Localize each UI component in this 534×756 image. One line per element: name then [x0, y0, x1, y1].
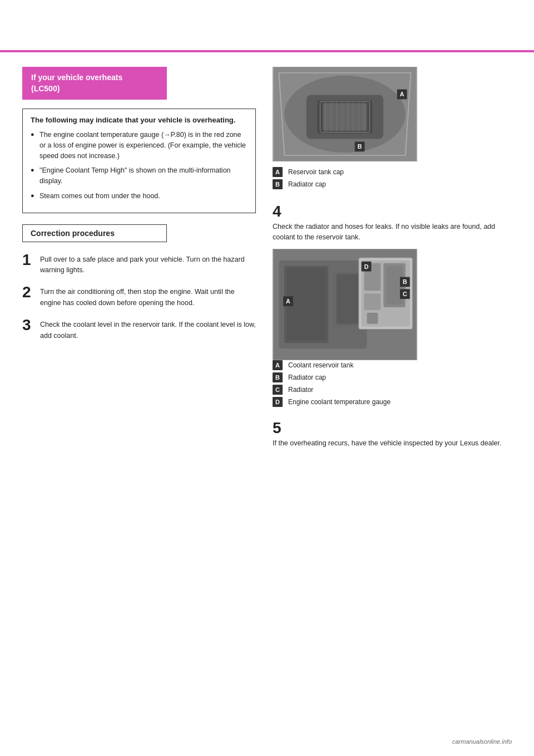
engine-svg-bottom: D A B C: [273, 249, 417, 360]
correction-box: Correction procedures: [22, 224, 167, 242]
right-column: A B A Reservoir tank cap B Radiator cap: [273, 67, 512, 449]
step-3: 3 Check the coolant level in the reservo…: [22, 317, 256, 341]
info-bullet-2: "Engine Coolant Temp High" is shown on t…: [31, 165, 248, 186]
label-row-a-top: A Reservoir tank cap: [273, 167, 512, 177]
bottom-image-labels: A Coolant reservoir tank B Radiator cap …: [273, 360, 512, 409]
svg-rect-4: [323, 103, 367, 130]
badge-d-bottom: D: [273, 397, 283, 407]
step-5-text: If the overheating recurs, have the vehi…: [273, 436, 512, 449]
info-box: The following may indicate that your veh…: [22, 109, 256, 213]
title-box: If your vehicle overheats (LC500): [22, 67, 167, 100]
engine-image-bottom: D A B C: [273, 249, 417, 360]
svg-text:B: B: [403, 278, 407, 285]
label-row-d-bottom: D Engine coolant temperature gauge: [273, 397, 512, 407]
page-container: If your vehicle overheats (LC500) The fo…: [0, 0, 534, 756]
label-text-b-top: Radiator cap: [288, 180, 326, 188]
step-1: 1 Pull over to a safe place and park you…: [22, 252, 256, 276]
step-1-number: 1: [22, 252, 34, 268]
step-1-text: Pull over to a safe place and park your …: [40, 252, 256, 276]
info-bullet-1: The engine coolant temperature gauge (→P…: [31, 130, 248, 161]
badge-b-bottom: B: [273, 372, 283, 382]
step-2-text: Turn the air conditioning off, then stop…: [40, 284, 256, 308]
info-list: The engine coolant temperature gauge (→P…: [31, 130, 248, 202]
content-area: If your vehicle overheats (LC500) The fo…: [0, 56, 534, 460]
correction-title: Correction procedures: [31, 229, 115, 238]
svg-text:C: C: [403, 291, 407, 297]
title-line1: If your vehicle overheats: [31, 73, 122, 82]
label-row-c-bottom: C Radiator: [273, 385, 512, 395]
svg-text:A: A: [400, 91, 404, 97]
info-bullet-3: Steam comes out from under the hood.: [31, 191, 248, 202]
step-4-text: Check the radiator and hoses for leaks. …: [273, 219, 512, 243]
step-3-text: Check the coolant level in the reservoir…: [40, 317, 256, 341]
engine-image-top: A B: [273, 67, 417, 161]
svg-rect-29: [364, 293, 381, 310]
badge-b-top: B: [273, 179, 283, 189]
step-4: 4 Check the radiator and hoses for leaks…: [273, 204, 512, 243]
badge-a-top: A: [273, 167, 283, 177]
info-header: The following may indicate that your veh…: [31, 116, 248, 124]
label-text-a-top: Reservoir tank cap: [288, 168, 344, 176]
step-2: 2 Turn the air conditioning off, then st…: [22, 284, 256, 308]
svg-text:D: D: [364, 263, 369, 269]
step-5-number: 5: [273, 420, 512, 436]
engine-svg-top: A B: [273, 67, 417, 161]
label-text-c-bottom: Radiator: [288, 386, 313, 394]
badge-c-bottom: C: [273, 385, 283, 395]
bottom-logo: carmanualsonline.info: [452, 738, 512, 745]
svg-text:A: A: [286, 298, 290, 305]
top-image-labels: A Reservoir tank cap B Radiator cap: [273, 167, 512, 192]
label-row-b-bottom: B Radiator cap: [273, 372, 512, 382]
title-line2: (LC500): [31, 84, 60, 93]
step-3-number: 3: [22, 317, 34, 333]
step-5: 5 If the overheating recurs, have the ve…: [273, 420, 512, 449]
label-text-a-bottom: Coolant reservoir tank: [288, 361, 353, 369]
label-text-d-bottom: Engine coolant temperature gauge: [288, 398, 390, 406]
top-decorative-line: [0, 50, 534, 52]
badge-a-bottom: A: [273, 360, 283, 370]
step-4-number: 4: [273, 204, 512, 219]
label-row-a-bottom: A Coolant reservoir tank: [273, 360, 512, 370]
svg-text:B: B: [358, 143, 362, 150]
svg-rect-30: [367, 313, 378, 324]
step-2-number: 2: [22, 284, 34, 300]
label-text-b-bottom: Radiator cap: [288, 374, 326, 381]
label-row-b-top: B Radiator cap: [273, 179, 512, 189]
left-column: If your vehicle overheats (LC500) The fo…: [22, 67, 256, 449]
